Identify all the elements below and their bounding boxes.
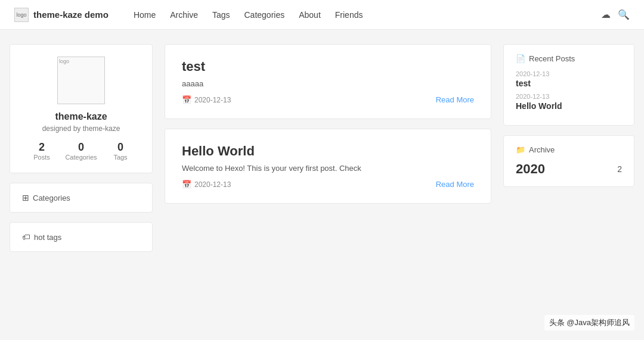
- profile-stats: 2 Posts 0 Categories 0 Tags: [22, 141, 140, 161]
- nav-logo: logo: [14, 8, 29, 22]
- nav-link-about[interactable]: About: [293, 8, 327, 22]
- tags-card: 🏷 hot tags: [10, 222, 153, 252]
- profile-name: theme-kaze: [22, 111, 140, 122]
- stat-categories-label: Categories: [61, 154, 101, 161]
- post-date-text-0: 2020-12-13: [194, 96, 231, 104]
- sidebar-right: 📄 Recent Posts 2020-12-13 test 2020-12-1…: [503, 44, 634, 187]
- recent-post-title-0: test: [516, 79, 622, 88]
- archive-widget: 📁 Archive 2020 2: [503, 135, 634, 187]
- archive-count-0: 2: [617, 164, 622, 174]
- recent-post-title-1: Hello World: [516, 101, 622, 111]
- post-date-0: 📅 2020-12-13: [182, 95, 231, 104]
- stat-tags: 0 Tags: [101, 141, 140, 161]
- post-meta-0: 📅 2020-12-13 Read More: [182, 95, 474, 104]
- categories-icon: ⊞: [22, 193, 29, 202]
- stat-posts-num: 2: [22, 141, 61, 154]
- nav-link-categories[interactable]: Categories: [239, 8, 291, 22]
- stat-tags-num: 0: [101, 141, 140, 154]
- calendar-icon-1: 📅: [182, 180, 191, 189]
- post-title-1: Hello World: [182, 144, 474, 159]
- tags-label: hot tags: [34, 233, 61, 242]
- profile-card: logo theme-kaze designed by theme-kaze 2…: [10, 44, 153, 173]
- archive-row-0: 2020 2: [516, 161, 622, 177]
- recent-post-1: 2020-12-13 Hello World: [516, 93, 622, 111]
- recent-posts-icon: 📄: [516, 54, 525, 63]
- read-more-1[interactable]: Read More: [436, 180, 474, 189]
- search-icon[interactable]: 🔍: [618, 9, 630, 20]
- read-more-0[interactable]: Read More: [436, 95, 474, 104]
- post-date-text-1: 2020-12-13: [194, 180, 231, 189]
- post-excerpt-0: aaaaa: [182, 79, 474, 88]
- nav-site-title: theme-kaze demo: [33, 10, 109, 20]
- recent-post-0: 2020-12-13 test: [516, 70, 622, 88]
- nav-link-archive[interactable]: Archive: [164, 8, 204, 22]
- recent-post-date-0: 2020-12-13: [516, 70, 622, 77]
- post-title-0: test: [182, 59, 474, 74]
- nav-link-friends[interactable]: Friends: [329, 8, 369, 22]
- post-card-0: test aaaaa 📅 2020-12-13 Read More: [165, 44, 491, 119]
- stat-categories: 0 Categories: [61, 141, 101, 161]
- post-card-1: Hello World Welcome to Hexo! This is you…: [165, 129, 491, 204]
- tags-title: 🏷 hot tags: [22, 232, 140, 242]
- nav-links: Home Archive Tags Categories About Frien…: [128, 8, 601, 22]
- calendar-icon-0: 📅: [182, 95, 191, 104]
- categories-label: Categories: [33, 194, 70, 202]
- post-date-1: 📅 2020-12-13: [182, 180, 231, 189]
- recent-posts-title: 📄 Recent Posts: [516, 54, 622, 63]
- avatar: logo: [57, 57, 105, 104]
- main-content: test aaaaa 📅 2020-12-13 Read More Hello …: [165, 44, 491, 204]
- cloud-icon[interactable]: ☁: [601, 9, 611, 20]
- navbar: logo theme-kaze demo Home Archive Tags C…: [0, 0, 644, 30]
- stat-posts: 2 Posts: [22, 141, 61, 161]
- profile-desc: designed by theme-kaze: [22, 124, 140, 133]
- recent-posts-label: Recent Posts: [529, 54, 575, 63]
- page-container: logo theme-kaze designed by theme-kaze 2…: [0, 30, 644, 266]
- nav-link-home[interactable]: Home: [128, 8, 162, 22]
- recent-post-date-1: 2020-12-13: [516, 93, 622, 100]
- categories-title: ⊞ Categories: [22, 193, 140, 202]
- archive-year-0: 2020: [516, 161, 545, 177]
- recent-posts-widget: 📄 Recent Posts 2020-12-13 test 2020-12-1…: [503, 44, 634, 126]
- sidebar-left: logo theme-kaze designed by theme-kaze 2…: [10, 44, 153, 252]
- nav-link-tags[interactable]: Tags: [206, 8, 236, 22]
- stat-categories-num: 0: [61, 141, 101, 154]
- post-excerpt-1: Welcome to Hexo! This is your very first…: [182, 164, 474, 173]
- post-meta-1: 📅 2020-12-13 Read More: [182, 180, 474, 189]
- stat-tags-label: Tags: [101, 154, 140, 161]
- archive-label: Archive: [529, 145, 555, 154]
- categories-card: ⊞ Categories: [10, 183, 153, 213]
- archive-title: 📁 Archive: [516, 145, 622, 154]
- nav-icons: ☁ 🔍: [601, 9, 630, 20]
- archive-icon: 📁: [516, 145, 525, 154]
- tag-icon: 🏷: [22, 232, 30, 242]
- nav-brand: logo theme-kaze demo: [14, 8, 109, 22]
- stat-posts-label: Posts: [22, 154, 61, 161]
